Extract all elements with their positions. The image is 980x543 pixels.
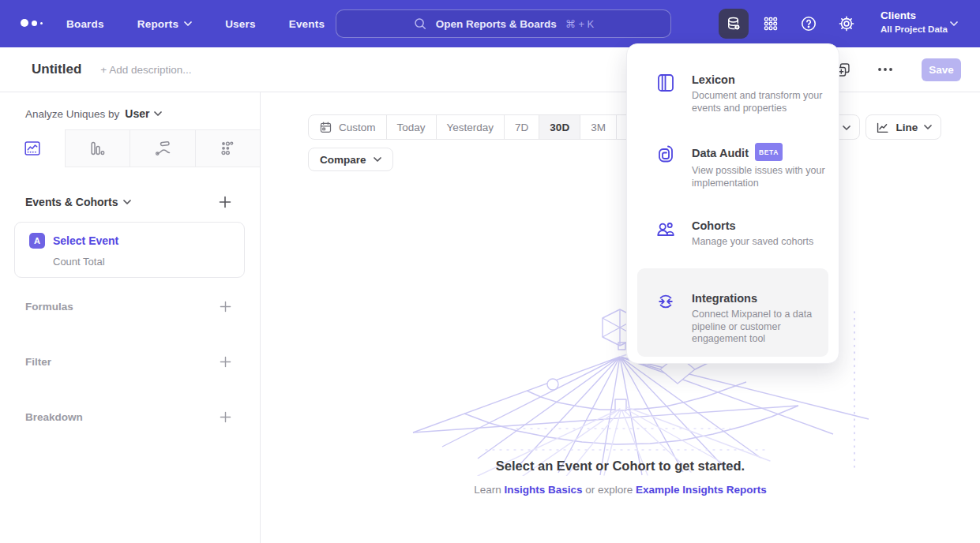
- plus-icon: [220, 356, 231, 368]
- add-formula-button[interactable]: [220, 301, 231, 313]
- events-cohorts-header: Events & Cohorts: [25, 196, 231, 208]
- plus-icon: [220, 411, 231, 423]
- grid-dots-icon: [761, 14, 780, 33]
- add-event-button[interactable]: [219, 196, 231, 208]
- help-icon: [799, 14, 818, 33]
- date-range-control: Custom Today Yesterday 7D 30D 3M 6M: [308, 114, 653, 140]
- range-7d[interactable]: 7D: [504, 115, 539, 139]
- filter-section: Filter: [25, 356, 231, 368]
- query-builder-sidebar: Analyze Uniques by User: [0, 92, 261, 543]
- save-button[interactable]: Save: [922, 58, 961, 81]
- search-icon: [413, 17, 427, 31]
- project-switcher[interactable]: Clients All Project Data: [880, 9, 948, 34]
- compare-dropdown[interactable]: Compare: [308, 148, 393, 171]
- help-button[interactable]: [798, 13, 819, 34]
- mixpanel-logo-icon[interactable]: [21, 19, 43, 27]
- more-options-button[interactable]: [876, 60, 895, 79]
- chevron-down-icon: [950, 21, 958, 26]
- formulas-section: Formulas: [25, 301, 231, 313]
- database-gear-icon: [725, 15, 742, 32]
- menu-item-data-audit[interactable]: Data AuditBETA View possible issues with…: [627, 144, 839, 189]
- chart-type-dropdown[interactable]: Line: [865, 114, 941, 140]
- add-filter-button[interactable]: [220, 356, 231, 368]
- data-management-button[interactable]: [719, 9, 749, 39]
- gear-icon: [837, 14, 856, 33]
- add-breakdown-button[interactable]: [220, 411, 231, 423]
- lexicon-book-icon: [655, 73, 676, 93]
- primary-nav: Boards Reports Users Events: [66, 0, 325, 47]
- report-description-placeholder[interactable]: + Add description...: [100, 64, 191, 76]
- integrations-sync-icon: [655, 291, 676, 312]
- range-3m[interactable]: 3M: [580, 115, 616, 139]
- cohorts-people-icon: [655, 219, 676, 239]
- analyze-by-row: Analyze Uniques by User: [25, 107, 162, 120]
- mixpanel-insights-app: Boards Reports Users Events Open Reports…: [0, 0, 980, 543]
- event-aggregation[interactable]: Count Total: [53, 256, 244, 268]
- more-horizontal-icon: [877, 67, 893, 72]
- calendar-icon: [319, 121, 332, 134]
- tab-flow[interactable]: [130, 129, 195, 167]
- menu-item-cohorts[interactable]: Cohorts Manage your saved cohorts: [627, 219, 839, 249]
- chevron-down-icon: [374, 157, 381, 162]
- range-today[interactable]: Today: [386, 115, 436, 139]
- example-reports-link[interactable]: Example Insights Reports: [636, 484, 767, 496]
- range-custom[interactable]: Custom: [309, 115, 386, 139]
- menu-item-lexicon[interactable]: Lexicon Document and transform your even…: [627, 73, 839, 114]
- breakdown-section: Breakdown: [25, 411, 231, 423]
- data-audit-spiral-icon: [655, 144, 676, 164]
- chevron-down-icon: [843, 125, 850, 130]
- nav-item-events[interactable]: Events: [289, 18, 325, 30]
- insights-basics-link[interactable]: Insights Basics: [504, 484, 582, 496]
- report-title[interactable]: Untitled: [32, 62, 81, 77]
- line-chart-tab-icon: [23, 139, 42, 158]
- plus-icon: [220, 301, 231, 313]
- settings-button[interactable]: [836, 13, 857, 34]
- nav-item-reports[interactable]: Reports: [137, 18, 192, 30]
- bar-chart-tab-icon: [88, 139, 107, 158]
- nav-item-users[interactable]: Users: [225, 18, 256, 30]
- apps-grid-button[interactable]: [760, 13, 781, 34]
- search-shortcut: ⌘ + K: [565, 18, 595, 30]
- events-cohorts-dropdown[interactable]: Events & Cohorts: [25, 196, 131, 208]
- flow-tab-icon: [153, 139, 172, 158]
- chevron-down-icon: [154, 111, 162, 116]
- search-bar[interactable]: Open Reports & Boards ⌘ + K: [336, 9, 671, 38]
- nav-item-boards[interactable]: Boards: [66, 18, 104, 30]
- top-navbar: Boards Reports Users Events Open Reports…: [0, 0, 980, 47]
- chevron-down-icon: [184, 21, 192, 26]
- empty-state-title: Select an Event or Cohort to get started…: [261, 459, 980, 474]
- project-scope: All Project Data: [880, 24, 948, 34]
- menu-item-integrations-hover: Integrations Connect Mixpanel to a data …: [637, 268, 828, 357]
- search-placeholder: Open Reports & Boards: [436, 18, 557, 30]
- empty-state-links: Learn Insights Basics or explore Example…: [261, 484, 980, 496]
- event-row-card[interactable]: A Select Event Count Total: [14, 222, 245, 278]
- tab-line-chart[interactable]: [0, 129, 65, 167]
- tab-bar-chart[interactable]: [65, 129, 130, 167]
- metrics-tab-icon: [218, 139, 237, 158]
- chevron-down-icon: [924, 125, 932, 129]
- select-event-button[interactable]: Select Event: [53, 234, 118, 247]
- chevron-down-icon: [123, 200, 131, 204]
- beta-badge: BETA: [755, 143, 783, 161]
- range-yesterday[interactable]: Yesterday: [436, 115, 505, 139]
- analyze-value-dropdown[interactable]: User: [125, 107, 162, 120]
- analyze-label: Analyze Uniques by: [25, 108, 119, 120]
- plus-icon: [219, 196, 231, 208]
- range-30d[interactable]: 30D: [539, 115, 580, 139]
- line-chart-icon: [875, 120, 890, 135]
- data-management-menu: Lexicon Document and transform your even…: [626, 43, 839, 364]
- project-name: Clients: [880, 9, 948, 21]
- event-letter-badge: A: [29, 233, 45, 249]
- chart-type-tabs: [0, 129, 260, 167]
- tab-metrics[interactable]: [195, 129, 261, 167]
- menu-item-integrations[interactable]: Integrations Connect Mixpanel to a data …: [637, 291, 828, 346]
